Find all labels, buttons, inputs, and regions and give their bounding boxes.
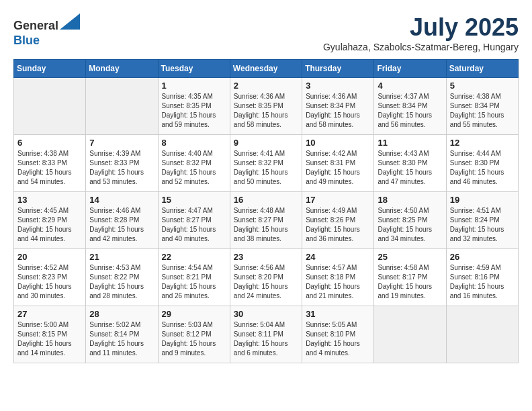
calendar-cell: 6Sunrise: 4:38 AM Sunset: 8:33 PM Daylig… [14,135,86,192]
day-number: 30 [234,309,298,319]
weekday-header: Friday [374,60,446,78]
day-info: Sunrise: 5:00 AM Sunset: 8:15 PM Dayligh… [17,320,82,358]
day-number: 31 [306,309,370,319]
day-info: Sunrise: 4:46 AM Sunset: 8:28 PM Dayligh… [89,206,154,244]
calendar: SundayMondayTuesdayWednesdayThursdayFrid… [13,59,519,363]
day-number: 13 [17,195,82,205]
day-info: Sunrise: 4:41 AM Sunset: 8:32 PM Dayligh… [234,149,298,187]
month-title: July 2025 [323,13,519,42]
calendar-cell [14,78,86,135]
day-info: Sunrise: 4:47 AM Sunset: 8:27 PM Dayligh… [162,206,226,244]
day-info: Sunrise: 4:58 AM Sunset: 8:17 PM Dayligh… [378,263,442,301]
day-info: Sunrise: 4:56 AM Sunset: 8:20 PM Dayligh… [234,263,298,301]
day-info: Sunrise: 5:02 AM Sunset: 8:14 PM Dayligh… [89,320,154,358]
day-info: Sunrise: 4:51 AM Sunset: 8:24 PM Dayligh… [450,206,515,244]
day-number: 23 [234,252,298,262]
day-info: Sunrise: 4:49 AM Sunset: 8:26 PM Dayligh… [306,206,370,244]
day-number: 2 [234,81,298,91]
calendar-cell: 9Sunrise: 4:41 AM Sunset: 8:32 PM Daylig… [230,135,302,192]
calendar-cell: 28Sunrise: 5:02 AM Sunset: 8:14 PM Dayli… [86,306,158,363]
day-number: 29 [162,309,226,319]
calendar-cell [374,306,446,363]
day-info: Sunrise: 4:39 AM Sunset: 8:33 PM Dayligh… [89,149,154,187]
day-number: 28 [89,309,154,319]
day-number: 27 [17,309,82,319]
day-number: 18 [378,195,442,205]
weekday-header: Monday [86,60,158,78]
calendar-cell: 24Sunrise: 4:57 AM Sunset: 8:18 PM Dayli… [302,249,374,306]
day-info: Sunrise: 4:52 AM Sunset: 8:23 PM Dayligh… [17,263,82,301]
title-area: July 2025 Gyulahaza, Szabolcs-Szatmar-Be… [323,13,519,52]
weekday-header: Saturday [446,60,518,78]
day-info: Sunrise: 4:35 AM Sunset: 8:35 PM Dayligh… [162,92,226,130]
calendar-cell: 31Sunrise: 5:05 AM Sunset: 8:10 PM Dayli… [302,306,374,363]
calendar-cell: 19Sunrise: 4:51 AM Sunset: 8:24 PM Dayli… [446,192,518,249]
day-info: Sunrise: 5:05 AM Sunset: 8:10 PM Dayligh… [306,320,370,358]
day-number: 8 [162,138,226,148]
calendar-cell: 5Sunrise: 4:38 AM Sunset: 8:34 PM Daylig… [446,78,518,135]
svg-marker-0 [60,13,80,30]
calendar-cell: 3Sunrise: 4:36 AM Sunset: 8:34 PM Daylig… [302,78,374,135]
calendar-week-row: 1Sunrise: 4:35 AM Sunset: 8:35 PM Daylig… [14,78,519,135]
logo: General Blue [13,13,80,48]
calendar-cell: 30Sunrise: 5:04 AM Sunset: 8:11 PM Dayli… [230,306,302,363]
day-number: 5 [450,81,515,91]
calendar-cell: 8Sunrise: 4:40 AM Sunset: 8:32 PM Daylig… [158,135,230,192]
day-number: 17 [306,195,370,205]
calendar-cell: 1Sunrise: 4:35 AM Sunset: 8:35 PM Daylig… [158,78,230,135]
calendar-week-row: 6Sunrise: 4:38 AM Sunset: 8:33 PM Daylig… [14,135,519,192]
day-number: 21 [89,252,154,262]
day-info: Sunrise: 4:38 AM Sunset: 8:33 PM Dayligh… [17,149,82,187]
day-number: 25 [378,252,442,262]
day-info: Sunrise: 4:48 AM Sunset: 8:27 PM Dayligh… [234,206,298,244]
day-info: Sunrise: 4:44 AM Sunset: 8:30 PM Dayligh… [450,149,515,187]
day-number: 22 [162,252,226,262]
calendar-cell: 13Sunrise: 4:45 AM Sunset: 8:29 PM Dayli… [14,192,86,249]
day-number: 14 [89,195,154,205]
day-number: 24 [306,252,370,262]
day-number: 10 [306,138,370,148]
day-number: 1 [162,81,226,91]
day-info: Sunrise: 4:36 AM Sunset: 8:35 PM Dayligh… [234,92,298,130]
calendar-cell: 18Sunrise: 4:50 AM Sunset: 8:25 PM Dayli… [374,192,446,249]
calendar-cell: 14Sunrise: 4:46 AM Sunset: 8:28 PM Dayli… [86,192,158,249]
calendar-week-row: 20Sunrise: 4:52 AM Sunset: 8:23 PM Dayli… [14,249,519,306]
calendar-cell [446,306,518,363]
day-info: Sunrise: 4:59 AM Sunset: 8:16 PM Dayligh… [450,263,515,301]
day-number: 15 [162,195,226,205]
calendar-cell [86,78,158,135]
calendar-cell: 21Sunrise: 4:53 AM Sunset: 8:22 PM Dayli… [86,249,158,306]
day-info: Sunrise: 4:57 AM Sunset: 8:18 PM Dayligh… [306,263,370,301]
calendar-cell: 12Sunrise: 4:44 AM Sunset: 8:30 PM Dayli… [446,135,518,192]
day-number: 3 [306,81,370,91]
day-info: Sunrise: 4:43 AM Sunset: 8:30 PM Dayligh… [378,149,442,187]
calendar-header: SundayMondayTuesdayWednesdayThursdayFrid… [14,60,519,78]
weekday-header: Wednesday [230,60,302,78]
logo-icon [60,13,80,30]
calendar-cell: 4Sunrise: 4:37 AM Sunset: 8:34 PM Daylig… [374,78,446,135]
day-number: 19 [450,195,515,205]
day-number: 4 [378,81,442,91]
day-info: Sunrise: 5:03 AM Sunset: 8:12 PM Dayligh… [162,320,226,358]
day-info: Sunrise: 4:54 AM Sunset: 8:21 PM Dayligh… [162,263,226,301]
calendar-week-row: 27Sunrise: 5:00 AM Sunset: 8:15 PM Dayli… [14,306,519,363]
calendar-week-row: 13Sunrise: 4:45 AM Sunset: 8:29 PM Dayli… [14,192,519,249]
calendar-cell: 25Sunrise: 4:58 AM Sunset: 8:17 PM Dayli… [374,249,446,306]
location: Gyulahaza, Szabolcs-Szatmar-Bereg, Hunga… [323,42,519,52]
calendar-body: 1Sunrise: 4:35 AM Sunset: 8:35 PM Daylig… [14,78,519,363]
day-info: Sunrise: 4:45 AM Sunset: 8:29 PM Dayligh… [17,206,82,244]
day-info: Sunrise: 4:42 AM Sunset: 8:31 PM Dayligh… [306,149,370,187]
weekday-header-row: SundayMondayTuesdayWednesdayThursdayFrid… [14,60,519,78]
calendar-cell: 10Sunrise: 4:42 AM Sunset: 8:31 PM Dayli… [302,135,374,192]
calendar-cell: 2Sunrise: 4:36 AM Sunset: 8:35 PM Daylig… [230,78,302,135]
calendar-cell: 29Sunrise: 5:03 AM Sunset: 8:12 PM Dayli… [158,306,230,363]
day-number: 9 [234,138,298,148]
logo-general: General [13,19,58,32]
calendar-cell: 7Sunrise: 4:39 AM Sunset: 8:33 PM Daylig… [86,135,158,192]
calendar-cell: 16Sunrise: 4:48 AM Sunset: 8:27 PM Dayli… [230,192,302,249]
day-info: Sunrise: 4:38 AM Sunset: 8:34 PM Dayligh… [450,92,515,130]
day-number: 16 [234,195,298,205]
header: General Blue July 2025 Gyulahaza, Szabol… [13,13,519,52]
day-info: Sunrise: 4:37 AM Sunset: 8:34 PM Dayligh… [378,92,442,130]
calendar-cell: 15Sunrise: 4:47 AM Sunset: 8:27 PM Dayli… [158,192,230,249]
